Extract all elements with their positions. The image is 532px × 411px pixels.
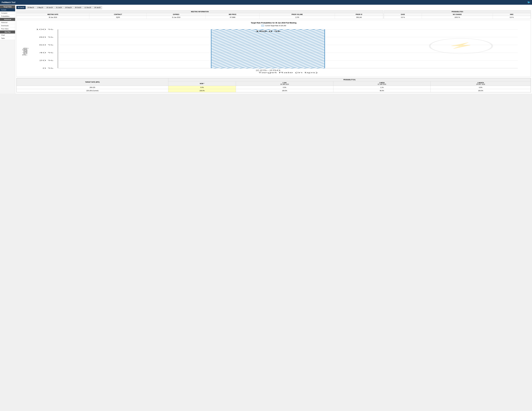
svg-text:100.0 %: 100.0 % [256, 30, 280, 32]
sidebar-item-historical[interactable]: Historical [0, 21, 15, 24]
meeting-cell: 30 Jan 2019 [17, 16, 89, 19]
meeting-cell: 2,378 [260, 16, 335, 19]
meeting-col-header: PRIOR OI [335, 13, 383, 16]
target-rate-col-header: TARGET RATE (BPS) [17, 78, 168, 86]
probabilities-table: EASENO CHANGEHIKE 0.0 %100.0 %0.0 % [384, 13, 531, 19]
sidebar-item-chart[interactable]: Chart [0, 34, 15, 37]
chart-area: 0 % 20 % 40 % 60 % 80 % [18, 28, 529, 75]
prob-info-col-header: HIKE [493, 13, 531, 16]
prob-table: TARGET RATE (BPS) PROBABILITY(%) NOW *1 … [17, 78, 531, 92]
meeting-cell: 309,146 [335, 16, 383, 19]
date-tab[interactable]: 11 Dec19 [83, 6, 93, 9]
prob-cell: 1.1% [333, 86, 431, 89]
prob-sub-header: 1 WEEK22 JAN 2019 [333, 81, 431, 86]
probabilities-header: PROBABILITIES [384, 10, 531, 13]
date-tab[interactable]: 30 Oct19 [73, 6, 83, 9]
date-tab[interactable]: 18 Sep19 [64, 6, 73, 9]
twitter-icon[interactable]: 🐦 [527, 1, 530, 4]
date-tabs: 30 Jan1920 Mar191 May1919 Jun1931 Jul191… [16, 6, 531, 9]
app-header: FedWatch Tool 🐦 [0, 0, 532, 5]
prob-cell: 98.9% [333, 89, 431, 92]
sidebar-item-probabilities[interactable]: Probabilities [0, 15, 15, 18]
meeting-col-header: EXPIRES [147, 13, 205, 16]
prob-table-panel: TARGET RATE (BPS) PROBABILITY(%) NOW *1 … [16, 78, 531, 92]
rate-cell: 200-225 [17, 86, 168, 89]
info-section: MEETING INFORMATION MEETING DATECONTRACT… [16, 10, 531, 19]
app-title: FedWatch Tool [2, 1, 15, 3]
table-row: 200-2250.0%0.0%1.1%0.0% [17, 86, 531, 89]
svg-text:100 %: 100 % [36, 29, 53, 30]
probability-col-header: PROBABILITY(%) [168, 78, 531, 81]
meeting-col-header: PRIOR VOLUME [260, 13, 335, 16]
legend-icon [261, 25, 264, 27]
rate-cell: 225-250 (Current) [17, 89, 168, 92]
svg-rect-18 [211, 29, 325, 68]
date-tab[interactable]: 29 Jan20 [93, 6, 102, 9]
prob-info-cell: 0.0 % [384, 16, 422, 19]
prob-cell: 0.0% [431, 86, 531, 89]
svg-text:40 %: 40 % [39, 52, 53, 54]
meeting-col-header: MID PRICE [206, 13, 260, 16]
prob-sub-header: NOW * [168, 81, 236, 86]
svg-text:80 %: 80 % [39, 36, 53, 38]
table-row: 225-250 (Current)100.0%100.0%98.9%100.0% [17, 89, 531, 92]
prob-info-col-header: NO CHANGE [422, 13, 493, 16]
prob-cell: 0.0% [236, 86, 333, 89]
meeting-cell: 97.5988 [206, 16, 260, 19]
prob-cell: 100.0% [168, 89, 236, 92]
chart-title: Target Rate Probabilities for 30 Jan 201… [18, 22, 529, 24]
chart-legend: Current Target Rate of 225-250 [18, 25, 529, 27]
chart-panel: Target Rate Probabilities for 30 Jan 201… [16, 20, 531, 77]
sidebar-item-table[interactable]: Table [0, 37, 15, 40]
content-area: 30 Jan1920 Mar191 May1919 Jun1931 Jul191… [15, 5, 532, 94]
meeting-col-header: MEETING DATE [17, 13, 89, 16]
svg-text:20 %: 20 % [39, 60, 53, 61]
sidebar-item-downloads[interactable]: Downloads [0, 24, 15, 27]
date-tab[interactable]: 20 Mar19 [26, 6, 35, 9]
sidebar-item-prior-hikes[interactable]: Prior Hikes [0, 27, 15, 30]
prob-info-col-header: EASE [384, 13, 422, 16]
svg-rect-0 [261, 25, 264, 27]
app-container: FedWatch Tool 🐦 Target Rate Current Comp… [0, 0, 532, 94]
sidebar-historical-header[interactable]: Historical [0, 18, 15, 21]
svg-text:225-250: 225-250 [256, 69, 280, 71]
prob-cell: 0.0% [168, 86, 236, 89]
svg-text:60 %: 60 % [39, 44, 53, 46]
meeting-info-table: MEETING DATECONTRACTEXPIRESMID PRICEPRIO… [17, 13, 383, 19]
prob-sub-header: 1 MONTH28 DEC 2018 [431, 81, 531, 86]
svg-text:Target Rate (in bps): Target Rate (in bps) [258, 72, 318, 73]
prob-info-cell: 100.0 % [422, 16, 493, 19]
prob-cell: 100.0% [236, 89, 333, 92]
prob-info-cell: 0.0 % [493, 16, 531, 19]
sidebar-item-current[interactable]: Current [0, 8, 15, 11]
sidebar-target-rate-header[interactable]: Target Rate [0, 5, 15, 8]
date-tab[interactable]: 30 Jan19 [16, 6, 26, 9]
probabilities-panel: PROBABILITIES EASENO CHANGEHIKE 0.0 %100… [384, 10, 531, 19]
meeting-info-panel: MEETING INFORMATION MEETING DATECONTRACT… [16, 10, 383, 19]
sidebar-item-compare[interactable]: Compare [0, 11, 15, 15]
svg-text:Probability: Probability [21, 48, 29, 56]
sidebar: Target Rate Current Compare Probabilitie… [0, 5, 15, 94]
chart-svg: 0 % 20 % 40 % 60 % 80 % [18, 28, 529, 75]
svg-text:0 %: 0 % [43, 67, 53, 69]
sidebar-dot-plot-header[interactable]: Dot Plot [0, 30, 15, 34]
svg-text:⚡: ⚡ [447, 42, 475, 49]
meeting-info-header: MEETING INFORMATION [17, 10, 383, 13]
prob-cell: 100.0% [431, 89, 531, 92]
prob-sub-header: 1 DAY28 JAN 2019 [236, 81, 333, 86]
meeting-cell: ZQF9 [89, 16, 147, 19]
date-tab[interactable]: 1 May19 [36, 6, 45, 9]
legend-label: Current Target Rate of 225-250 [265, 25, 286, 27]
date-tab[interactable]: 31 Jul19 [55, 6, 63, 9]
meeting-col-header: CONTRACT [89, 13, 147, 16]
date-tab[interactable]: 19 Jun19 [45, 6, 54, 9]
meeting-cell: 31 Jan 2019 [147, 16, 205, 19]
main-layout: Target Rate Current Compare Probabilitie… [0, 5, 532, 94]
